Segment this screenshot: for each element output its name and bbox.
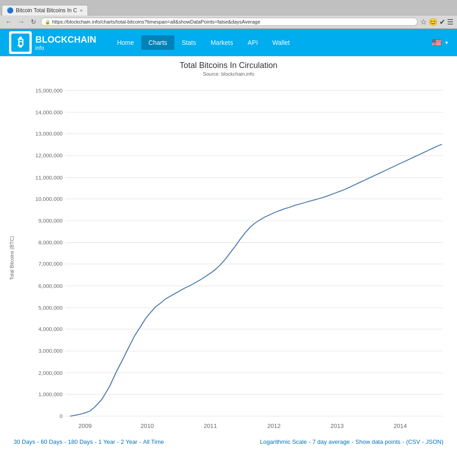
chart-area: 15,000,000 14,000,000 13,000,000 12,000,… (20, 81, 448, 435)
url-bar[interactable]: 🔒 https://blockchain.info/charts/total-b… (41, 18, 418, 26)
y-axis-label: Total Bitcoins (BTC) (9, 81, 18, 435)
json-link[interactable]: JSON) (426, 438, 443, 445)
timespan-30days[interactable]: 30 Days (14, 438, 35, 445)
timespan-controls: 30 Days - 60 Days - 180 Days - 1 Year - … (14, 438, 164, 445)
emoji-icon[interactable]: 😊 (428, 18, 438, 26)
svg-text:6,000,000: 6,000,000 (38, 283, 63, 289)
logarithmic-scale-link[interactable]: Logarithmic Scale (260, 438, 307, 445)
svg-text:5,000,000: 5,000,000 (38, 305, 63, 311)
timespan-2year[interactable]: 2 Year (121, 438, 138, 445)
chart-svg: 15,000,000 14,000,000 13,000,000 12,000,… (20, 81, 448, 435)
tab-favicon: 🔵 (7, 7, 13, 14)
csv-link[interactable]: (CSV (406, 438, 420, 445)
browser-tab[interactable]: 🔵 Bitcoin Total Bitcoins In C × (2, 5, 88, 15)
nav-links: Home Charts Stats Markets API Wallet (110, 35, 432, 50)
chart-title: Total Bitcoins In Circulation (9, 61, 448, 70)
timespan-alltime[interactable]: All Time (143, 438, 164, 445)
url-text: https://blockchain.info/charts/total-bit… (52, 19, 414, 24)
menu-icon[interactable]: ☰ (447, 18, 453, 26)
svg-text:2010: 2010 (140, 423, 154, 429)
tab-close-button[interactable]: × (80, 8, 82, 13)
reload-button[interactable]: ↻ (29, 17, 38, 26)
bookmark-icon[interactable]: ☆ (420, 18, 427, 26)
svg-text:13,000,000: 13,000,000 (35, 131, 63, 136)
language-dropdown-icon[interactable]: ▾ (445, 39, 448, 46)
svg-text:9,000,000: 9,000,000 (38, 218, 63, 223)
svg-text:2014: 2014 (394, 423, 407, 429)
7day-average-link[interactable]: 7 day average (313, 438, 350, 445)
chart-wrapper: Total Bitcoins (BTC) (9, 81, 448, 435)
svg-text:11,000,000: 11,000,000 (35, 175, 63, 180)
svg-text:₿: ₿ (18, 35, 24, 49)
navbar: ₿ BLOCKCHAIN info Home Charts Stats Mark… (0, 29, 457, 56)
nav-stats[interactable]: Stats (174, 35, 203, 50)
svg-text:7,000,000: 7,000,000 (38, 261, 63, 267)
timespan-1year[interactable]: 1 Year (98, 438, 115, 445)
svg-text:2009: 2009 (78, 423, 91, 429)
svg-text:4,000,000: 4,000,000 (38, 326, 63, 332)
svg-text:15,000,000: 15,000,000 (35, 87, 63, 93)
bitcoin-supply-line (70, 145, 442, 416)
svg-text:1,000,000: 1,000,000 (38, 391, 63, 397)
svg-text:0: 0 (60, 413, 63, 419)
language-flag[interactable]: 🇺🇸 (432, 38, 442, 48)
chart-footer: 30 Days - 60 Days - 180 Days - 1 Year - … (0, 435, 457, 449)
logo-text: BLOCKCHAIN info (35, 34, 96, 51)
nav-right: 🇺🇸 ▾ (432, 38, 448, 48)
address-bar: ← → ↻ 🔒 https://blockchain.info/charts/t… (0, 15, 457, 29)
svg-text:2013: 2013 (331, 423, 344, 429)
chart-container: Total Bitcoins In Circulation Source: bl… (0, 56, 457, 435)
svg-text:3,000,000: 3,000,000 (38, 348, 63, 354)
svg-text:14,000,000: 14,000,000 (35, 109, 63, 115)
tab-bar: 🔵 Bitcoin Total Bitcoins In C × (0, 0, 457, 15)
logo-icon: ₿ (9, 31, 32, 54)
lock-icon: 🔒 (45, 19, 50, 24)
nav-wallet[interactable]: Wallet (265, 35, 297, 50)
nav-charts[interactable]: Charts (141, 35, 174, 50)
show-data-points-link[interactable]: Show data points (356, 438, 401, 445)
options-controls: Logarithmic Scale - 7 day average - Show… (260, 438, 443, 445)
nav-api[interactable]: API (241, 35, 265, 50)
nav-markets[interactable]: Markets (203, 35, 241, 50)
svg-text:8,000,000: 8,000,000 (38, 240, 63, 246)
timespan-180days[interactable]: 180 Days (68, 438, 93, 445)
svg-text:12,000,000: 12,000,000 (35, 153, 63, 159)
svg-text:10,000,000: 10,000,000 (35, 196, 63, 202)
forward-button[interactable]: → (16, 17, 26, 26)
tab-title: Bitcoin Total Bitcoins In C (16, 7, 77, 14)
svg-text:2,000,000: 2,000,000 (38, 370, 63, 376)
security-icon[interactable]: ✔ (439, 18, 445, 26)
back-button[interactable]: ← (4, 17, 14, 26)
nav-home[interactable]: Home (110, 35, 141, 50)
svg-text:2011: 2011 (204, 423, 217, 429)
logo-area: ₿ BLOCKCHAIN info (9, 31, 96, 54)
browser-chrome: 🔵 Bitcoin Total Bitcoins In C × ← → ↻ 🔒 … (0, 0, 457, 29)
timespan-60days[interactable]: 60 Days (41, 438, 63, 445)
toolbar-icons: ☆ 😊 ✔ ☰ (420, 18, 453, 26)
chart-source: Source: blockchain.info (9, 71, 448, 77)
svg-text:2012: 2012 (267, 423, 280, 429)
